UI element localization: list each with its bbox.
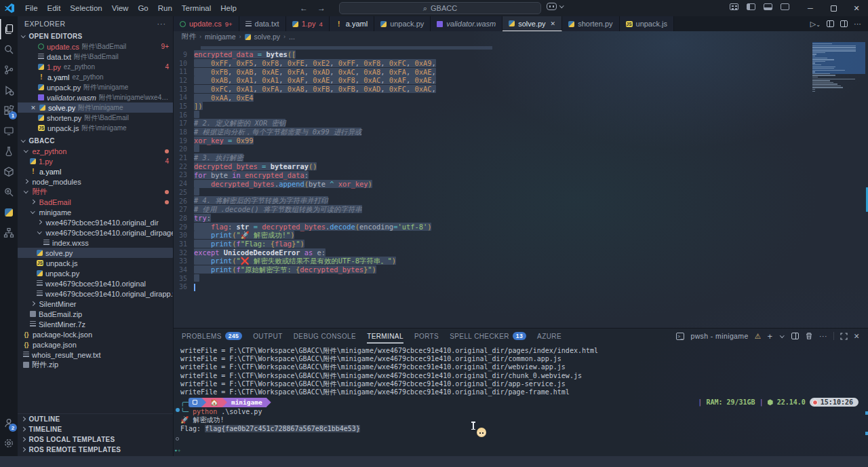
tree-row[interactable]: wxe4679cbcec91e410.original_dirapp.wxss [18,288,173,299]
open-editor-row[interactable]: 1.pyez_python4 [18,62,173,72]
tree-row[interactable]: BadEmail [18,197,173,207]
tree-row[interactable]: SilentMiner.7z [18,319,173,329]
run-and-debug-icon[interactable] [0,80,18,100]
panel-tab-output[interactable]: OUTPUT [253,329,283,343]
close-icon[interactable]: ✕ [551,20,556,27]
open-changes-icon[interactable] [827,20,834,27]
maximize-panel-icon[interactable] [840,333,848,340]
open-editor-row[interactable]: data.txt附件\BadEmail [18,52,173,62]
close-button[interactable]: ✕ [845,0,868,16]
tree-row[interactable]: index.wxss [18,238,173,248]
tab-data.txt[interactable]: data.txt [239,16,286,31]
kill-terminal-icon[interactable] [805,332,813,340]
terminal-content[interactable]: ✦✧ writeFile = F:\CTF\Workspace\GBACC\附件… [174,343,868,456]
explorer-icon[interactable] [0,19,18,39]
tab-solve.py[interactable]: solve.py✕ [502,16,562,31]
open-editor-row[interactable]: update.cs附件\BadEmail9+ [18,41,173,52]
editor-more-icon[interactable]: ··· [854,20,861,28]
hierarchy-icon[interactable] [0,223,18,243]
settings-gear-icon[interactable] [0,433,18,453]
breadcrumb-item[interactable]: solve.py [254,33,281,41]
tree-row[interactable]: solve.py [18,248,173,258]
split-editor-icon[interactable] [840,20,848,27]
breadcrumb[interactable]: 附件›minigame›solve.py›... [174,31,868,42]
breadcrumb-item[interactable]: 附件 [182,32,196,41]
copilot-menu[interactable] [547,3,566,10]
tree-row[interactable]: whois_result_new.txt [18,350,173,360]
back-arrow-icon[interactable]: ← [300,3,308,13]
tree-row[interactable]: 1.py4 [18,156,173,166]
panel-tab-azure[interactable]: AZURE [537,329,561,343]
toggle-secondary-sidebar-icon[interactable] [781,3,789,10]
tab-validator.wasm[interactable]: validator.wasm [431,16,502,31]
workspace-header[interactable]: GBACC [18,136,173,146]
open-editor-row[interactable]: validator.wasm附件\minigame\wxe4679cbcec9.… [18,92,173,102]
tab-a.yaml[interactable]: !a.yaml [330,16,374,31]
tab-unpack.js[interactable]: JSunpack.js [620,16,674,31]
panel-tab-problems[interactable]: PROBLEMS245 [182,329,242,343]
test-flask-icon[interactable] [0,141,18,162]
package-box-icon[interactable] [0,162,18,182]
remote-explorer-icon[interactable] [0,121,18,141]
customize-layout-icon[interactable] [730,3,738,10]
toggle-sidebar-icon[interactable] [747,3,755,10]
tab-1.py[interactable]: 1.py4 [286,16,330,31]
account-icon[interactable]: 2 [0,413,18,433]
menu-selection[interactable]: Selection [65,3,106,14]
run-python-file-button[interactable]: ▷⌄ [810,20,821,29]
tree-row[interactable]: 附件.zip [18,360,173,370]
tree-row[interactable]: SilentMiner [18,299,173,309]
close-panel-icon[interactable]: ✕ [854,332,860,340]
section-ros-remote-templates[interactable]: ROS REMOTE TEMPLATES [18,445,173,455]
panel-tab-spell-checker[interactable]: SPELL CHECKER13 [450,329,526,343]
open-editors-header[interactable]: OPEN EDITORS [18,31,173,41]
menu-help[interactable]: Help [216,3,241,14]
close-icon[interactable]: ✕ [30,105,37,111]
code-editor[interactable]: 9encrypted_data = bytes([10 0xFF, 0xF5, … [174,42,868,328]
breadcrumb-item[interactable]: ... [289,33,295,41]
terminal-instance-label[interactable]: pwsh - minigame [690,332,748,340]
tree-row[interactable]: wxe4679cbcec91e410.original_dirpages \ i… [18,227,173,238]
tree-row[interactable]: 附件 [18,187,173,197]
open-editor-row[interactable]: JSunpack.js附件\minigame [18,123,173,133]
toggle-panel-icon[interactable] [764,3,772,10]
command-center-search[interactable]: ⌕ GBACC [339,2,541,14]
forward-arrow-icon[interactable]: → [317,3,326,13]
open-editor-row[interactable]: unpack.py附件\minigame [18,82,173,92]
python-icon[interactable] [0,202,18,223]
open-editor-row[interactable]: !a.yamlez_python [18,72,173,82]
tab-unpack.py[interactable]: unpack.py [374,16,431,31]
menu-terminal[interactable]: Terminal [177,3,216,14]
open-editor-row[interactable]: ✕solve.py附件\minigame [18,102,173,113]
new-terminal-button[interactable]: + [768,331,773,341]
open-editor-row[interactable]: shorten.py附件\BadEmail [18,113,173,123]
menu-file[interactable]: File [20,3,43,14]
marketplace-search-icon[interactable] [0,182,18,202]
split-terminal-icon[interactable] [791,333,799,339]
tree-row[interactable]: node_modules [18,176,173,187]
menu-go[interactable]: Go [133,3,153,14]
tree-row[interactable]: wxe4679cbcec91e410.original_dir [18,217,173,227]
menu-view[interactable]: View [107,3,134,14]
source-control-icon[interactable] [0,60,18,80]
tree-row[interactable]: wxe4679cbcec91e410.original [18,278,173,288]
panel-tab-ports[interactable]: PORTS [414,329,439,343]
menu-run[interactable]: Run [153,3,177,14]
tree-row[interactable]: !a.yaml [18,166,173,176]
search-icon[interactable] [0,39,18,60]
restore-button[interactable] [822,0,845,16]
panel-tab-terminal[interactable]: TERMINAL [367,329,403,343]
panel-more-icon[interactable]: ··· [819,332,827,340]
panel-tab-debug-console[interactable]: DEBUG CONSOLE [294,329,356,343]
section-ros-local-templates[interactable]: ROS LOCAL TEMPLATES [18,434,173,445]
extensions-icon[interactable]: 1 [0,100,18,121]
tree-row[interactable]: {}package.json [18,339,173,350]
views-more-icon[interactable]: ··· [157,20,167,28]
breadcrumb-item[interactable]: minigame [205,33,236,41]
tab-update.cs[interactable]: update.cs9+ [174,16,239,31]
tree-row[interactable]: {}package-lock.json [18,329,173,339]
section-outline[interactable]: OUTLINE [18,414,173,424]
minimize-button[interactable]: ─ [799,0,822,16]
tree-row[interactable]: ez_python [18,146,173,156]
tree-row[interactable]: minigame [18,207,173,217]
